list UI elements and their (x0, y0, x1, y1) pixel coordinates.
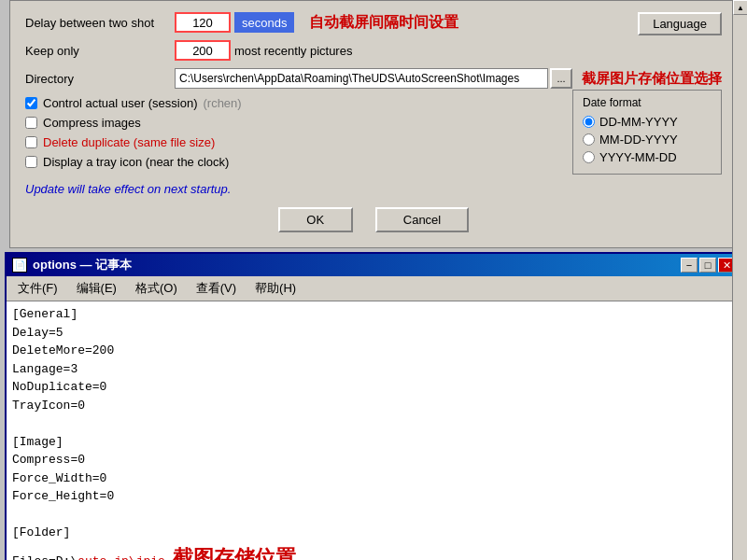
seconds-label: seconds (234, 12, 294, 33)
titlebar-controls: − □ ✕ (681, 258, 735, 273)
notepad-titlebar: 📄 options — 记事本 − □ ✕ (7, 254, 740, 276)
annotation-top: 自动截屏间隔时间设置 (309, 13, 458, 33)
delay-row: Delay between two shot seconds 自动截屏间隔时间设… (25, 12, 722, 33)
radio-mm-dd-yyyy-input[interactable] (583, 133, 595, 146)
menu-file[interactable]: 文件(F) (10, 278, 65, 299)
keep-only-row: Keep only most recently pictures (25, 40, 722, 61)
browse-button[interactable]: ... (550, 68, 572, 89)
annotation-folder: 截图存储位置 (173, 546, 296, 561)
checkbox1-extra: (rchen) (203, 96, 241, 110)
radio-mm-dd-yyyy-label: MM-DD-YYYY (599, 133, 678, 147)
checkbox2-label: Compress images (43, 116, 141, 130)
notepad-title: options — 记事本 (33, 257, 132, 273)
menu-edit[interactable]: 编辑(E) (69, 278, 124, 299)
buttons-row: OK Cancel (25, 207, 722, 232)
checkbox-delete-dup[interactable] (25, 136, 37, 148)
ok-button[interactable]: OK (278, 207, 353, 232)
checkbox3-label: Delete duplicate (same file size) (43, 135, 215, 149)
radio-dd-mm-yyyy: DD-MM-YYYY (583, 115, 712, 129)
radio-yyyy-mm-dd-label: YYYY-MM-DD (599, 150, 677, 164)
keep-only-label: Keep only (25, 44, 175, 58)
checkbox-compress[interactable] (25, 117, 37, 129)
strikethrough-path: auto-jp\jpie- (78, 554, 172, 561)
keep-only-input[interactable] (175, 40, 231, 61)
radio-yyyy-mm-dd-input[interactable] (583, 151, 595, 163)
delay-input[interactable] (175, 12, 231, 33)
notepad-menubar: 文件(F) 编辑(E) 格式(O) 查看(V) 帮助(H) (7, 276, 740, 301)
most-recently-label: most recently pictures (234, 44, 352, 58)
menu-help[interactable]: 帮助(H) (247, 278, 303, 299)
radio-dd-mm-yyyy-input[interactable] (583, 116, 595, 128)
checkbox1-label: Control actual user (session) (43, 96, 197, 110)
radio-yyyy-mm-dd: YYYY-MM-DD (583, 150, 712, 164)
date-format-title: Date format (583, 96, 712, 109)
scrollbar-right[interactable]: ▲ (732, 0, 747, 560)
notepad-icon: 📄 (12, 258, 27, 273)
update-notice: Update will take effect on next startup. (25, 182, 722, 196)
restore-button[interactable]: □ (699, 258, 716, 273)
menu-view[interactable]: 查看(V) (189, 278, 244, 299)
notepad-content[interactable]: [General] Delay=5 DeleteMore=200 Langage… (7, 301, 740, 560)
notepad-content-area: [General] Delay=5 DeleteMore=200 Langage… (7, 301, 740, 560)
directory-label: Directory (25, 72, 175, 86)
language-button[interactable]: Language (638, 12, 722, 35)
menu-format[interactable]: 格式(O) (128, 278, 185, 299)
checkbox-tray-icon[interactable] (25, 156, 37, 168)
annotation-dir: 截屏图片存储位置选择 (582, 70, 722, 88)
cancel-button[interactable]: Cancel (375, 207, 469, 232)
scroll-up-btn[interactable]: ▲ (733, 0, 747, 15)
radio-dd-mm-yyyy-label: DD-MM-YYYY (599, 115, 678, 129)
date-format-box: Date format DD-MM-YYYY MM-DD-YYYY YYYY-M… (572, 90, 722, 175)
content-text: [General] Delay=5 DeleteMore=200 Langage… (12, 305, 735, 560)
checkbox4-label: Display a tray icon (near the clock) (43, 155, 229, 169)
minimize-button[interactable]: − (681, 258, 698, 273)
directory-input[interactable] (175, 68, 548, 89)
titlebar-left: 📄 options — 记事本 (12, 257, 132, 273)
notepad-window: 📄 options — 记事本 − □ ✕ 文件(F) 编辑(E) 格式(O) … (5, 252, 742, 560)
checkbox-control-user[interactable] (25, 97, 37, 109)
radio-mm-dd-yyyy: MM-DD-YYYY (583, 133, 712, 147)
delay-label: Delay between two shot (25, 16, 175, 30)
directory-row: Directory ... 截屏图片存储位置选择 (25, 68, 722, 89)
settings-panel: Language Delay between two shot seconds … (9, 0, 738, 248)
